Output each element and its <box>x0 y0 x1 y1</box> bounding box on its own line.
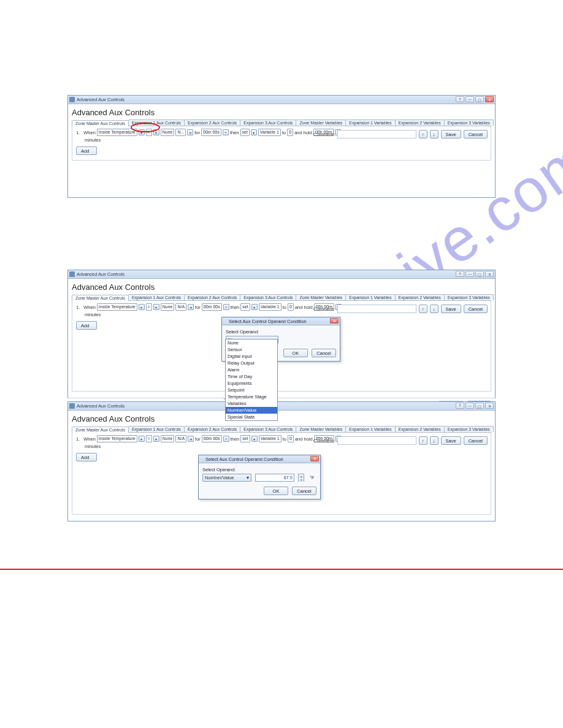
tab-exp1-aux[interactable]: Expansion 1 Aux Controls <box>128 119 185 126</box>
option-sensor[interactable]: Sensor <box>226 346 277 353</box>
target-select[interactable]: Variable 1 <box>259 303 282 311</box>
tab-zone-master-vars[interactable]: Zone Master Variables <box>296 426 346 432</box>
tab-exp1-vars[interactable]: Expansion 1 Variables <box>345 294 395 300</box>
for-duration-stepper[interactable]: ▪ <box>223 436 229 442</box>
win-minimize-button[interactable]: — <box>465 403 474 409</box>
move-up-button[interactable]: ↑ <box>419 436 427 445</box>
save-button[interactable]: Save <box>441 436 461 445</box>
operator-caret-icon[interactable]: ▾ <box>153 129 159 135</box>
operand-select[interactable]: Number/Value▾ <box>202 474 251 482</box>
value-input[interactable]: 0 <box>288 303 294 311</box>
win-help-button[interactable]: ? <box>456 403 464 409</box>
for-duration-stepper[interactable]: ▪ <box>223 129 229 135</box>
win-close-button[interactable]: ✕ <box>485 96 494 102</box>
option-none[interactable]: None <box>226 339 277 346</box>
action-select[interactable]: set <box>240 303 250 311</box>
tab-exp3-vars[interactable]: Expansion 3 Variables <box>444 294 494 300</box>
sensor-select[interactable]: Inside Temperature <box>97 435 137 442</box>
option-time-of-day[interactable]: Time of Day <box>226 373 277 380</box>
win-minimize-button[interactable]: — <box>465 271 474 277</box>
tab-exp1-aux[interactable]: Expansion 1 Aux Controls <box>128 426 185 432</box>
tab-exp2-aux[interactable]: Expansion 2 Aux Controls <box>184 119 240 126</box>
sensor-caret-icon[interactable]: ▾ <box>139 129 145 135</box>
cond2-select[interactable]: N/A <box>175 303 186 311</box>
sensor-select[interactable]: Inside Temperature <box>97 303 137 311</box>
cancel-button[interactable]: Cancel <box>464 436 488 445</box>
tab-exp3-aux[interactable]: Expansion 3 Aux Controls <box>240 119 296 126</box>
operator-caret-icon[interactable]: ▾ <box>153 304 159 310</box>
tab-exp1-aux[interactable]: Expansion 1 Aux Controls <box>128 294 185 300</box>
action-select[interactable]: set <box>240 129 250 136</box>
tab-exp3-vars[interactable]: Expansion 3 Variables <box>444 426 494 432</box>
number-value-input[interactable]: 87.5 <box>255 474 294 482</box>
tab-exp2-aux[interactable]: Expansion 2 Aux Controls <box>184 426 240 432</box>
operator-select[interactable]: = <box>146 129 152 136</box>
add-button[interactable]: Add <box>76 321 97 330</box>
tab-zone-master-aux[interactable]: Zone Master Aux Controls <box>72 120 129 126</box>
tab-exp3-aux[interactable]: Expansion 3 Aux Controls <box>240 426 296 432</box>
cond2-select[interactable]: N... <box>175 129 186 136</box>
add-button[interactable]: Add <box>76 146 97 155</box>
move-up-button[interactable]: ↑ <box>419 130 427 138</box>
win-close-button[interactable]: ✕ <box>485 403 494 409</box>
cond1-select[interactable]: None <box>161 303 175 311</box>
save-button[interactable]: Save <box>441 305 461 313</box>
option-variables[interactable]: Variables <box>226 400 277 407</box>
cancel-button[interactable]: Cancel <box>312 349 336 357</box>
comment-input[interactable] <box>337 305 416 313</box>
win-help-button[interactable]: ? <box>456 96 464 102</box>
option-equipments[interactable]: Equipments <box>226 380 277 387</box>
option-alarm[interactable]: Alarm <box>226 366 277 373</box>
cancel-button[interactable]: Cancel <box>464 130 488 138</box>
action-caret-icon[interactable]: ▾ <box>251 436 258 442</box>
cond1-select[interactable]: None <box>161 435 175 442</box>
operator-select[interactable]: = <box>146 303 152 311</box>
action-caret-icon[interactable]: ▾ <box>251 129 257 135</box>
for-duration-stepper[interactable]: ▪ <box>223 304 229 310</box>
comment-input[interactable] <box>337 436 416 445</box>
value-input[interactable]: 0 <box>287 129 293 136</box>
tab-exp3-vars[interactable]: Expansion 3 Variables <box>444 119 494 126</box>
move-down-button[interactable]: ↓ <box>430 305 439 313</box>
win-minimize-button[interactable]: — <box>465 96 474 102</box>
cancel-button[interactable]: Cancel <box>464 305 488 313</box>
add-button[interactable]: Add <box>76 453 97 461</box>
dialog-close-button[interactable]: ✕ <box>330 318 339 324</box>
tab-exp2-aux[interactable]: Expansion 2 Aux Controls <box>184 294 240 300</box>
win-maximize-button[interactable]: ▢ <box>475 96 484 102</box>
option-setpoint[interactable]: Setpoint <box>226 387 277 393</box>
tab-exp2-vars[interactable]: Expansion 2 Variables <box>395 119 445 126</box>
tab-exp2-vars[interactable]: Expansion 2 Variables <box>395 426 445 432</box>
action-caret-icon[interactable]: ▾ <box>251 304 258 310</box>
cond2-select[interactable]: N/A <box>175 435 186 442</box>
sensor-caret-icon[interactable]: ▾ <box>139 436 145 442</box>
option-temperature-stage[interactable]: Temperature Stage <box>226 393 277 400</box>
action-select[interactable]: set <box>240 435 250 442</box>
ok-button[interactable]: OK <box>264 487 288 495</box>
operator-caret-icon[interactable]: ▾ <box>153 436 159 442</box>
value-input[interactable]: 0 <box>288 435 294 442</box>
option-special-state[interactable]: Special State <box>226 414 277 420</box>
dialog-close-button[interactable]: ✕ <box>310 456 319 461</box>
option-number-value[interactable]: Number/Value <box>226 407 277 414</box>
for-duration-input[interactable]: 00m 00s <box>202 435 222 442</box>
win-help-button[interactable]: ? <box>456 271 464 277</box>
cond1-select[interactable]: None <box>161 129 175 136</box>
tab-exp1-vars[interactable]: Expansion 1 Variables <box>345 119 395 126</box>
number-value-stepper[interactable]: ▴▾ <box>298 474 304 482</box>
target-select[interactable]: Variable 1 <box>258 129 281 136</box>
tab-exp2-vars[interactable]: Expansion 2 Variables <box>395 294 445 300</box>
operand-dropdown-list[interactable]: None Sensor Digital Input Relay Output A… <box>225 339 278 421</box>
ok-button[interactable]: OK <box>283 349 308 357</box>
move-down-button[interactable]: ↓ <box>430 130 439 138</box>
cancel-button[interactable]: Cancel <box>292 487 316 495</box>
sensor-caret-icon[interactable]: ▾ <box>139 304 145 310</box>
target-select[interactable]: Variable 1 <box>259 435 282 442</box>
comment-input[interactable] <box>337 130 416 138</box>
for-duration-input[interactable]: 00m 00s <box>202 303 222 311</box>
tab-exp1-vars[interactable]: Expansion 1 Variables <box>345 426 395 432</box>
operator-select[interactable]: = <box>146 435 152 442</box>
for-duration-input[interactable]: 00m 00s <box>201 129 221 136</box>
move-down-button[interactable]: ↓ <box>430 436 439 445</box>
tab-exp3-aux[interactable]: Expansion 3 Aux Controls <box>240 294 296 300</box>
